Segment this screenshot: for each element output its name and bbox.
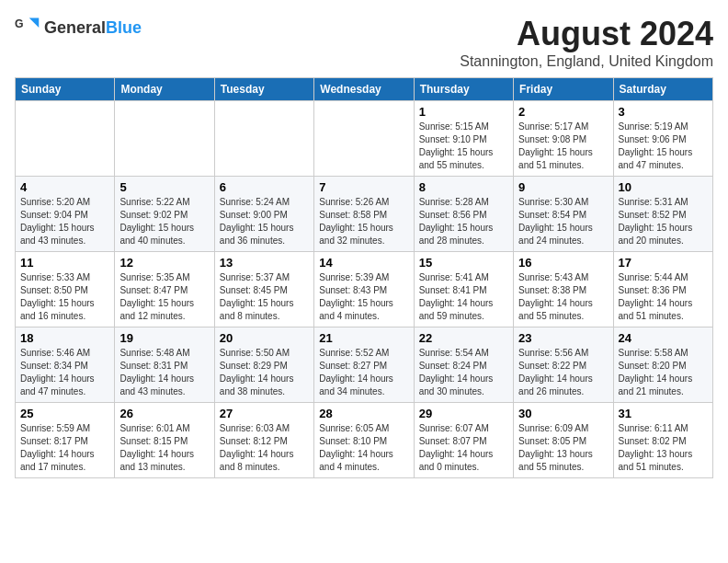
calendar-cell: 3Sunrise: 5:19 AMSunset: 9:06 PMDaylight… <box>613 101 712 177</box>
day-number: 18 <box>20 331 109 345</box>
day-detail: Sunrise: 6:07 AMSunset: 8:07 PMDaylight:… <box>419 422 508 474</box>
calendar-cell: 7Sunrise: 5:26 AMSunset: 8:58 PMDaylight… <box>314 177 414 252</box>
calendar-cell: 2Sunrise: 5:17 AMSunset: 9:08 PMDaylight… <box>514 101 613 177</box>
calendar-cell: 23Sunrise: 5:56 AMSunset: 8:22 PMDayligh… <box>514 327 613 403</box>
day-number: 9 <box>518 180 608 194</box>
day-number: 22 <box>419 331 508 345</box>
day-detail: Sunrise: 5:58 AMSunset: 8:20 PMDaylight:… <box>619 347 708 398</box>
day-number: 31 <box>619 407 708 420</box>
day-number: 30 <box>518 407 608 420</box>
day-number: 4 <box>20 180 109 194</box>
calendar-cell: 16Sunrise: 5:43 AMSunset: 8:38 PMDayligh… <box>514 252 613 327</box>
calendar-cell <box>115 101 214 177</box>
weekday-header-tuesday: Tuesday <box>214 78 313 101</box>
calendar-subtitle: Stannington, England, United Kingdom <box>460 53 713 70</box>
weekday-header-wednesday: Wednesday <box>314 78 414 101</box>
day-number: 21 <box>319 331 408 345</box>
calendar-cell: 26Sunrise: 6:01 AMSunset: 8:15 PMDayligh… <box>115 403 214 478</box>
day-detail: Sunrise: 5:35 AMSunset: 8:47 PMDaylight:… <box>119 271 209 323</box>
day-detail: Sunrise: 5:33 AMSunset: 8:50 PMDaylight:… <box>20 271 109 323</box>
day-detail: Sunrise: 5:54 AMSunset: 8:24 PMDaylight:… <box>419 347 508 398</box>
calendar-cell: 21Sunrise: 5:52 AMSunset: 8:27 PMDayligh… <box>314 327 414 403</box>
logo-text-blue: Blue <box>106 18 142 37</box>
calendar-cell: 27Sunrise: 6:03 AMSunset: 8:12 PMDayligh… <box>214 403 313 478</box>
calendar-table: SundayMondayTuesdayWednesdayThursdayFrid… <box>15 77 713 478</box>
day-detail: Sunrise: 6:01 AMSunset: 8:15 PMDaylight:… <box>119 422 209 474</box>
calendar-cell: 18Sunrise: 5:46 AMSunset: 8:34 PMDayligh… <box>16 327 115 403</box>
day-detail: Sunrise: 5:20 AMSunset: 9:04 PMDaylight:… <box>20 196 109 247</box>
day-number: 23 <box>518 331 608 345</box>
calendar-cell <box>16 101 115 177</box>
day-number: 29 <box>419 407 508 420</box>
calendar-cell: 5Sunrise: 5:22 AMSunset: 9:02 PMDaylight… <box>115 177 214 252</box>
calendar-cell: 24Sunrise: 5:58 AMSunset: 8:20 PMDayligh… <box>613 327 712 403</box>
calendar-week-4: 18Sunrise: 5:46 AMSunset: 8:34 PMDayligh… <box>16 327 713 403</box>
day-number: 3 <box>619 105 708 119</box>
day-detail: Sunrise: 5:28 AMSunset: 8:56 PMDaylight:… <box>419 196 508 247</box>
calendar-cell <box>314 101 414 177</box>
calendar-header-row: SundayMondayTuesdayWednesdayThursdayFrid… <box>16 78 713 101</box>
calendar-cell: 19Sunrise: 5:48 AMSunset: 8:31 PMDayligh… <box>115 327 214 403</box>
calendar-cell: 31Sunrise: 6:11 AMSunset: 8:02 PMDayligh… <box>613 403 712 478</box>
day-detail: Sunrise: 5:15 AMSunset: 9:10 PMDaylight:… <box>419 121 508 172</box>
day-detail: Sunrise: 5:43 AMSunset: 8:38 PMDaylight:… <box>518 271 608 323</box>
day-number: 1 <box>419 105 508 119</box>
svg-marker-1 <box>29 18 40 29</box>
day-number: 24 <box>619 331 708 345</box>
day-detail: Sunrise: 5:46 AMSunset: 8:34 PMDaylight:… <box>20 347 109 398</box>
day-detail: Sunrise: 5:17 AMSunset: 9:08 PMDaylight:… <box>518 121 608 172</box>
day-detail: Sunrise: 5:30 AMSunset: 8:54 PMDaylight:… <box>518 196 608 247</box>
calendar-cell: 20Sunrise: 5:50 AMSunset: 8:29 PMDayligh… <box>214 327 313 403</box>
day-number: 25 <box>20 407 109 420</box>
day-detail: Sunrise: 6:09 AMSunset: 8:05 PMDaylight:… <box>518 422 608 474</box>
day-detail: Sunrise: 5:39 AMSunset: 8:43 PMDaylight:… <box>319 271 408 323</box>
weekday-header-sunday: Sunday <box>16 78 115 101</box>
calendar-title: August 2024 <box>460 15 713 53</box>
day-number: 15 <box>419 256 508 270</box>
day-detail: Sunrise: 5:56 AMSunset: 8:22 PMDaylight:… <box>518 347 608 398</box>
day-number: 19 <box>119 331 209 345</box>
day-number: 6 <box>220 180 309 194</box>
day-number: 11 <box>20 256 109 270</box>
weekday-header-thursday: Thursday <box>414 78 513 101</box>
day-detail: Sunrise: 5:19 AMSunset: 9:06 PMDaylight:… <box>619 121 708 172</box>
day-detail: Sunrise: 6:05 AMSunset: 8:10 PMDaylight:… <box>319 422 408 474</box>
calendar-cell: 25Sunrise: 5:59 AMSunset: 8:17 PMDayligh… <box>16 403 115 478</box>
calendar-cell: 1Sunrise: 5:15 AMSunset: 9:10 PMDaylight… <box>414 101 513 177</box>
calendar-week-2: 4Sunrise: 5:20 AMSunset: 9:04 PMDaylight… <box>16 177 713 252</box>
day-detail: Sunrise: 5:41 AMSunset: 8:41 PMDaylight:… <box>419 271 508 323</box>
calendar-week-5: 25Sunrise: 5:59 AMSunset: 8:17 PMDayligh… <box>16 403 713 478</box>
calendar-cell: 15Sunrise: 5:41 AMSunset: 8:41 PMDayligh… <box>414 252 513 327</box>
day-detail: Sunrise: 5:59 AMSunset: 8:17 PMDaylight:… <box>20 422 109 474</box>
day-number: 5 <box>119 180 209 194</box>
calendar-cell: 6Sunrise: 5:24 AMSunset: 9:00 PMDaylight… <box>214 177 313 252</box>
calendar-week-1: 1Sunrise: 5:15 AMSunset: 9:10 PMDaylight… <box>16 101 713 177</box>
calendar-week-3: 11Sunrise: 5:33 AMSunset: 8:50 PMDayligh… <box>16 252 713 327</box>
day-number: 17 <box>619 256 708 270</box>
logo-icon: G <box>15 15 40 40</box>
day-detail: Sunrise: 5:50 AMSunset: 8:29 PMDaylight:… <box>220 347 309 398</box>
header: G GeneralBlue August 2024 Stannington, E… <box>15 15 713 70</box>
day-detail: Sunrise: 5:26 AMSunset: 8:58 PMDaylight:… <box>319 196 408 247</box>
calendar-cell: 17Sunrise: 5:44 AMSunset: 8:36 PMDayligh… <box>613 252 712 327</box>
calendar-cell: 13Sunrise: 5:37 AMSunset: 8:45 PMDayligh… <box>214 252 313 327</box>
day-number: 7 <box>319 180 408 194</box>
day-detail: Sunrise: 5:37 AMSunset: 8:45 PMDaylight:… <box>220 271 309 323</box>
day-number: 2 <box>518 105 608 119</box>
calendar-cell: 4Sunrise: 5:20 AMSunset: 9:04 PMDaylight… <box>16 177 115 252</box>
day-number: 8 <box>419 180 508 194</box>
calendar-cell: 14Sunrise: 5:39 AMSunset: 8:43 PMDayligh… <box>314 252 414 327</box>
day-detail: Sunrise: 5:44 AMSunset: 8:36 PMDaylight:… <box>619 271 708 323</box>
calendar-cell: 30Sunrise: 6:09 AMSunset: 8:05 PMDayligh… <box>514 403 613 478</box>
logo: G GeneralBlue <box>15 15 142 40</box>
calendar-cell: 12Sunrise: 5:35 AMSunset: 8:47 PMDayligh… <box>115 252 214 327</box>
day-number: 10 <box>619 180 708 194</box>
day-detail: Sunrise: 5:22 AMSunset: 9:02 PMDaylight:… <box>119 196 209 247</box>
svg-text:G: G <box>15 17 24 30</box>
title-area: August 2024 Stannington, England, United… <box>460 15 713 70</box>
day-number: 26 <box>119 407 209 420</box>
weekday-header-friday: Friday <box>514 78 613 101</box>
day-detail: Sunrise: 6:11 AMSunset: 8:02 PMDaylight:… <box>619 422 708 474</box>
day-number: 16 <box>518 256 608 270</box>
calendar-cell: 8Sunrise: 5:28 AMSunset: 8:56 PMDaylight… <box>414 177 513 252</box>
